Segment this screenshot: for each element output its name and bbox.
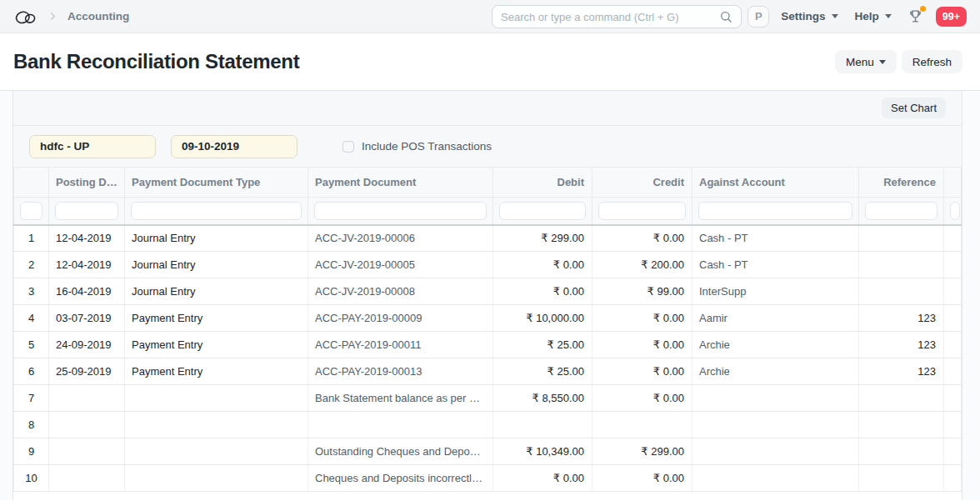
user-avatar[interactable]: P: [748, 6, 769, 28]
cell-payment_document_type[interactable]: Payment Entry: [125, 305, 308, 332]
cell-against_account[interactable]: [692, 385, 859, 412]
cell-reference[interactable]: 123: [859, 305, 944, 332]
cell-idx[interactable]: 3: [14, 278, 49, 305]
cell-against_account[interactable]: InterSupp: [692, 278, 859, 305]
bank-account-filter[interactable]: [29, 135, 156, 158]
report-date-filter[interactable]: [171, 135, 298, 158]
column-header-debit[interactable]: Debit: [493, 168, 592, 197]
menu-button[interactable]: Menu: [835, 50, 897, 73]
cell-payment_document[interactable]: ACC-PAY-2019-00009: [308, 305, 493, 332]
cell-payment_document[interactable]: ACC-JV-2019-00005: [308, 252, 493, 278]
cell-debit[interactable]: ₹ 0.00: [493, 278, 592, 305]
cell-against_account[interactable]: [692, 412, 859, 438]
cell-idx[interactable]: 7: [14, 385, 49, 412]
cell-reference[interactable]: [859, 225, 944, 252]
refresh-button[interactable]: Refresh: [902, 50, 962, 73]
cell-debit[interactable]: ₹ 25.00: [493, 358, 592, 385]
cell-posting_date[interactable]: 25-09-2019: [49, 358, 125, 385]
cell-payment_document_type[interactable]: [125, 385, 308, 412]
cell-idx[interactable]: 2: [14, 252, 49, 278]
cell-payment_document_type[interactable]: [125, 412, 308, 438]
column-header-reference[interactable]: Reference: [859, 168, 944, 197]
cell-debit[interactable]: ₹ 10,000.00: [493, 305, 592, 332]
cell-payment_document_type[interactable]: Payment Entry: [125, 332, 308, 358]
cell-payment_document[interactable]: [308, 412, 493, 438]
include-pos-label[interactable]: Include POS Transactions: [362, 140, 492, 153]
column-header-posting_date[interactable]: Posting D…: [49, 168, 125, 197]
cell-blank[interactable]: [944, 438, 962, 465]
cell-payment_document[interactable]: Bank Statement balance as per Ge…: [308, 385, 493, 412]
cell-blank[interactable]: [944, 225, 962, 252]
energy-points-trophy-icon[interactable]: [908, 8, 922, 24]
column-filter-debit[interactable]: [499, 202, 586, 220]
cell-debit[interactable]: ₹ 25.00: [493, 332, 592, 358]
cell-blank[interactable]: [944, 465, 962, 492]
cell-payment_document[interactable]: ACC-JV-2019-00008: [308, 278, 493, 305]
include-pos-checkbox[interactable]: [342, 141, 354, 153]
cell-payment_document_type[interactable]: [125, 465, 308, 492]
breadcrumb-accounting[interactable]: Accounting: [68, 10, 129, 23]
cell-against_account[interactable]: [692, 438, 859, 465]
notifications-badge[interactable]: 99+: [936, 7, 967, 27]
cell-payment_document_type[interactable]: Payment Entry: [125, 358, 308, 385]
cell-reference[interactable]: [859, 278, 944, 305]
cell-posting_date[interactable]: 24-09-2019: [49, 332, 125, 358]
cell-debit[interactable]: [493, 412, 592, 438]
cell-payment_document_type[interactable]: Journal Entry: [125, 225, 308, 252]
cell-posting_date[interactable]: 12-04-2019: [49, 225, 125, 252]
cell-credit[interactable]: ₹ 0.00: [592, 332, 692, 358]
column-filter-credit[interactable]: [598, 202, 686, 220]
cell-credit[interactable]: ₹ 0.00: [592, 358, 692, 385]
settings-menu[interactable]: Settings: [781, 10, 838, 23]
cell-payment_document[interactable]: Cheques and Deposits incorrectly …: [308, 465, 493, 492]
cell-credit[interactable]: ₹ 0.00: [592, 465, 692, 492]
cell-posting_date[interactable]: 03-07-2019: [49, 305, 125, 332]
cell-idx[interactable]: 1: [14, 225, 49, 252]
cell-posting_date[interactable]: 16-04-2019: [49, 278, 125, 305]
cell-credit[interactable]: ₹ 0.00: [592, 225, 692, 252]
cell-credit[interactable]: ₹ 0.00: [592, 385, 692, 412]
cell-blank[interactable]: [944, 305, 962, 332]
cell-reference[interactable]: [859, 465, 944, 492]
column-filter-payment_document[interactable]: [314, 202, 487, 220]
cell-idx[interactable]: 6: [14, 358, 49, 385]
cell-payment_document_type[interactable]: Journal Entry: [125, 252, 308, 278]
cell-credit[interactable]: ₹ 0.00: [592, 305, 692, 332]
cell-reference[interactable]: 123: [859, 358, 944, 385]
cell-against_account[interactable]: Cash - PT: [692, 225, 859, 252]
cell-payment_document[interactable]: ACC-JV-2019-00006: [308, 225, 493, 252]
cell-idx[interactable]: 9: [14, 438, 49, 465]
help-menu[interactable]: Help: [855, 10, 892, 23]
cell-debit[interactable]: ₹ 0.00: [493, 252, 592, 278]
cell-idx[interactable]: 5: [14, 332, 49, 358]
column-filter-posting_date[interactable]: [55, 202, 118, 220]
cell-payment_document_type[interactable]: Journal Entry: [125, 278, 308, 305]
column-filter-against_account[interactable]: [698, 202, 852, 220]
cell-posting_date[interactable]: [49, 465, 125, 492]
cell-blank[interactable]: [944, 332, 962, 358]
cell-payment_document[interactable]: Outstanding Cheques and Deposit…: [308, 438, 493, 465]
column-header-against_account[interactable]: Against Account: [692, 168, 859, 197]
global-search[interactable]: [492, 5, 742, 28]
cell-idx[interactable]: 4: [14, 305, 49, 332]
app-logo-cloud-icon[interactable]: [13, 7, 38, 27]
cell-posting_date[interactable]: [49, 438, 125, 465]
cell-blank[interactable]: [944, 412, 962, 438]
cell-credit[interactable]: ₹ 299.00: [592, 438, 692, 465]
cell-credit[interactable]: ₹ 200.00: [592, 252, 692, 278]
cell-blank[interactable]: [944, 278, 962, 305]
cell-posting_date[interactable]: [49, 412, 125, 438]
cell-credit[interactable]: [592, 412, 692, 438]
cell-payment_document[interactable]: ACC-PAY-2019-00011: [308, 332, 493, 358]
column-header-payment_document[interactable]: Payment Document: [308, 168, 493, 197]
cell-blank[interactable]: [944, 252, 962, 278]
cell-credit[interactable]: ₹ 99.00: [592, 278, 692, 305]
column-header-idx[interactable]: [14, 168, 49, 197]
cell-debit[interactable]: ₹ 299.00: [493, 225, 592, 252]
cell-reference[interactable]: 123: [859, 332, 944, 358]
column-filter-payment_document_type[interactable]: [131, 202, 302, 220]
search-input[interactable]: [501, 11, 719, 23]
column-header-blank[interactable]: [944, 168, 962, 197]
cell-against_account[interactable]: Cash - PT: [692, 252, 859, 278]
cell-blank[interactable]: [944, 358, 962, 385]
